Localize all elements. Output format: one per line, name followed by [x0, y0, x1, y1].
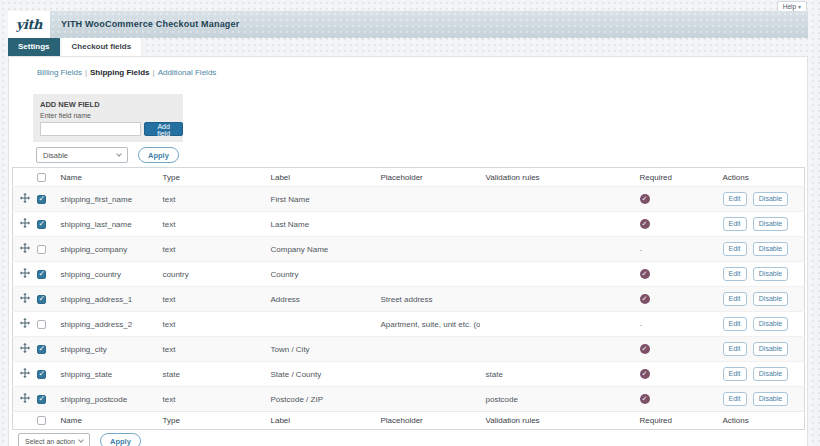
table-row: shipping_address_2 text Apartment, suite…	[13, 312, 805, 337]
edit-button[interactable]: Edit	[723, 217, 747, 231]
edit-button[interactable]: Edit	[723, 242, 747, 256]
row-checkbox[interactable]	[37, 195, 46, 204]
required-check-icon: ✓	[640, 294, 650, 304]
field-name: shipping_country	[61, 270, 121, 279]
disable-button[interactable]: Disable	[753, 367, 788, 381]
tab-settings[interactable]: Settings	[8, 38, 60, 56]
row-checkbox[interactable]	[37, 395, 46, 404]
drag-move-icon[interactable]	[20, 393, 30, 403]
row-checkbox[interactable]	[37, 320, 46, 329]
chevron-down-icon	[116, 151, 122, 157]
col-header-placeholder: Placeholder	[375, 168, 480, 187]
bulk-action-value-bottom: Select an action	[25, 438, 75, 445]
apply-button-top[interactable]: Apply	[138, 147, 179, 163]
field-label: Address	[271, 295, 300, 304]
disable-button[interactable]: Disable	[753, 242, 788, 256]
field-type: text	[163, 245, 176, 254]
disable-button[interactable]: Disable	[753, 392, 788, 406]
bulk-action-value-top: Disable	[43, 151, 68, 160]
required-cell: ✓	[634, 212, 711, 237]
row-checkbox[interactable]	[37, 245, 46, 254]
not-required-dash: -	[640, 245, 643, 254]
disable-button[interactable]: Disable	[753, 267, 788, 281]
edit-button[interactable]: Edit	[723, 292, 747, 306]
field-name: shipping_postcode	[61, 395, 128, 404]
field-label: Country	[271, 270, 299, 279]
col-header-name: Name	[55, 168, 157, 187]
fields-table-body: shipping_first_name text First Name ✓ Ed…	[13, 187, 805, 412]
col-footer-label: Label	[265, 412, 375, 430]
apply-button-bottom[interactable]: Apply	[100, 433, 141, 446]
bulk-action-bar-bottom: Select an action Apply	[18, 433, 807, 446]
drag-move-icon[interactable]	[20, 268, 30, 278]
table-row: shipping_address_1 text Address Street a…	[13, 287, 805, 312]
subnav-billing-fields[interactable]: Billing Fields	[37, 68, 82, 77]
disable-button[interactable]: Disable	[753, 342, 788, 356]
field-label: Town / City	[271, 345, 310, 354]
row-checkbox[interactable]	[37, 220, 46, 229]
col-footer-actions: Actions	[711, 412, 805, 430]
drag-move-icon[interactable]	[20, 318, 30, 328]
chevron-down-icon: ▾	[798, 4, 801, 10]
field-type: text	[163, 395, 176, 404]
select-all-checkbox[interactable]	[37, 173, 46, 182]
row-checkbox[interactable]	[37, 370, 46, 379]
edit-button[interactable]: Edit	[723, 192, 747, 206]
row-checkbox[interactable]	[37, 345, 46, 354]
field-name-input[interactable]	[40, 122, 141, 136]
table-row: shipping_city text Town / City ✓ Edit Di…	[13, 337, 805, 362]
subnav-additional-fields[interactable]: Additional Fields	[158, 68, 217, 77]
row-checkbox[interactable]	[37, 270, 46, 279]
field-type: country	[163, 270, 189, 279]
drag-move-icon[interactable]	[20, 368, 30, 378]
field-type: text	[163, 195, 176, 204]
subnav-shipping-fields[interactable]: Shipping Fields	[90, 68, 150, 77]
bulk-action-select-bottom[interactable]: Select an action	[18, 433, 90, 446]
page-title: YITH WooCommerce Checkout Manager	[61, 11, 239, 38]
required-cell: -	[634, 312, 711, 337]
col-header-required: Required	[634, 168, 711, 187]
disable-button[interactable]: Disable	[753, 217, 788, 231]
edit-button[interactable]: Edit	[723, 267, 747, 281]
add-new-field-title: ADD NEW FIELD	[40, 100, 183, 109]
required-cell: -	[634, 237, 711, 262]
row-checkbox[interactable]	[37, 295, 46, 304]
chevron-down-icon	[78, 437, 84, 443]
edit-button[interactable]: Edit	[723, 392, 747, 406]
required-cell: ✓	[634, 337, 711, 362]
field-name-label: Enter field name	[40, 112, 183, 119]
field-label: Postcode / ZIP	[271, 395, 323, 404]
main-tabs: SettingsCheckout fields	[8, 38, 141, 56]
help-label: Help	[783, 3, 796, 10]
content-panel: Billing Fields|Shipping Fields|Additiona…	[8, 56, 808, 446]
disable-button[interactable]: Disable	[753, 317, 788, 331]
drag-move-icon[interactable]	[20, 293, 30, 303]
edit-button[interactable]: Edit	[723, 317, 747, 331]
add-field-button[interactable]: Add field	[144, 122, 183, 136]
col-header-type: Type	[157, 168, 265, 187]
table-footer-row: Name Type Label Placeholder Validation r…	[13, 412, 805, 430]
bulk-action-select-top[interactable]: Disable	[36, 147, 128, 163]
field-label: State / County	[271, 370, 322, 379]
field-validation: state	[486, 370, 503, 379]
disable-button[interactable]: Disable	[753, 192, 788, 206]
add-new-field-box: ADD NEW FIELD Enter field name Add field	[33, 94, 183, 142]
drag-move-icon[interactable]	[20, 193, 30, 203]
col-header-label: Label	[265, 168, 375, 187]
table-row: shipping_first_name text First Name ✓ Ed…	[13, 187, 805, 212]
tab-checkout-fields[interactable]: Checkout fields	[62, 38, 142, 56]
edit-button[interactable]: Edit	[723, 367, 747, 381]
disable-button[interactable]: Disable	[753, 292, 788, 306]
field-name: shipping_address_1	[61, 295, 133, 304]
drag-move-icon[interactable]	[20, 218, 30, 228]
table-header-row: Name Type Label Placeholder Validation r…	[13, 168, 805, 187]
table-row: shipping_state state State / County stat…	[13, 362, 805, 387]
drag-move-icon[interactable]	[20, 343, 30, 353]
col-footer-validation: Validation rules	[480, 412, 634, 430]
edit-button[interactable]: Edit	[723, 342, 747, 356]
select-all-checkbox-footer[interactable]	[37, 416, 46, 425]
required-cell: ✓	[634, 362, 711, 387]
required-cell: ✓	[634, 262, 711, 287]
col-header-actions: Actions	[711, 168, 805, 187]
drag-move-icon[interactable]	[20, 243, 30, 253]
